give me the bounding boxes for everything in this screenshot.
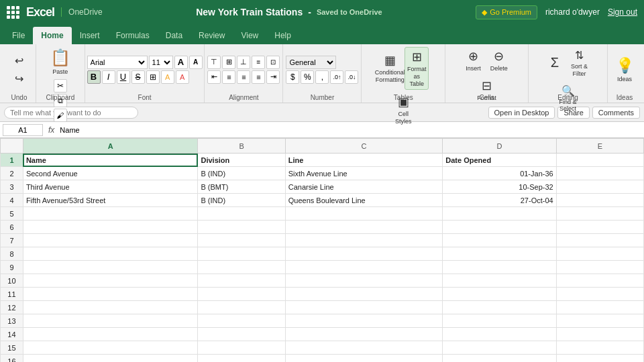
table-cell[interactable] [285, 314, 443, 328]
col-header-E[interactable]: E [556, 139, 643, 154]
table-cell[interactable] [443, 221, 556, 234]
bold-button[interactable]: B [87, 70, 101, 84]
number-format-select[interactable]: General [286, 56, 336, 69]
table-cell[interactable] [198, 247, 285, 261]
paste-button[interactable]: 📋 Paste [48, 47, 73, 76]
tab-view[interactable]: View [233, 27, 266, 44]
table-cell[interactable] [23, 341, 198, 355]
col-header-D[interactable]: D [443, 139, 556, 154]
table-cell[interactable]: Fifth Avenue/53rd Street [23, 194, 198, 207]
table-cell[interactable] [23, 274, 198, 288]
table-cell[interactable] [23, 355, 198, 363]
table-cell[interactable] [443, 288, 556, 301]
table-cell[interactable] [285, 288, 443, 301]
table-cell[interactable] [285, 207, 443, 221]
autosum-button[interactable]: Σ [545, 53, 565, 74]
table-cell[interactable] [556, 355, 643, 363]
table-cell[interactable]: Line [285, 154, 443, 167]
format-painter-button[interactable]: 🖌 [54, 109, 67, 122]
align-top-button[interactable]: ⊤ [207, 56, 221, 69]
table-cell[interactable] [285, 341, 443, 355]
underline-button[interactable]: U [117, 70, 130, 84]
table-cell[interactable]: Sixth Avenue Line [285, 167, 443, 180]
table-cell[interactable]: B (IND) [198, 167, 285, 180]
tab-home[interactable]: Home [33, 27, 71, 44]
table-cell[interactable] [285, 221, 443, 234]
align-middle-button[interactable]: ⊞ [222, 56, 235, 69]
italic-button[interactable]: I [102, 70, 115, 84]
tab-help[interactable]: Help [266, 27, 299, 44]
table-cell[interactable] [23, 288, 198, 301]
formula-input[interactable] [60, 126, 641, 134]
table-cell[interactable] [556, 301, 643, 314]
percent-button[interactable]: % [301, 70, 314, 84]
table-cell[interactable] [556, 207, 643, 221]
table-cell[interactable] [23, 314, 198, 328]
table-cell[interactable] [198, 207, 285, 221]
table-cell[interactable] [198, 355, 285, 363]
table-cell[interactable] [23, 261, 198, 274]
table-cell[interactable] [443, 301, 556, 314]
go-premium-button[interactable]: ◆ Go Premium [476, 5, 537, 19]
table-cell[interactable]: 27-Oct-04 [443, 194, 556, 207]
table-cell[interactable] [23, 328, 198, 341]
tab-data[interactable]: Data [158, 27, 191, 44]
redo-button[interactable]: ↪ [9, 70, 30, 87]
table-cell[interactable] [556, 194, 643, 207]
table-cell[interactable] [198, 261, 285, 274]
table-cell[interactable] [443, 247, 556, 261]
table-cell[interactable]: 01-Jan-36 [443, 167, 556, 180]
strikethrough-button[interactable]: S [131, 70, 145, 84]
table-cell[interactable] [285, 328, 443, 341]
currency-button[interactable]: $ [286, 70, 299, 84]
col-header-B[interactable]: B [198, 139, 285, 154]
increase-decimal-button[interactable]: .0↑ [330, 70, 343, 84]
table-cell[interactable]: Queens Boulevard Line [285, 194, 443, 207]
table-cell[interactable] [198, 341, 285, 355]
table-cell[interactable] [443, 314, 556, 328]
table-cell[interactable] [443, 207, 556, 221]
table-cell[interactable]: B (IND) [198, 194, 285, 207]
ideas-button[interactable]: 💡 Ideas [612, 55, 637, 84]
undo-button[interactable]: ↩ [9, 52, 30, 69]
table-cell[interactable]: Second Avenue [23, 167, 198, 180]
table-cell[interactable] [23, 207, 198, 221]
table-cell[interactable] [198, 274, 285, 288]
align-center-button[interactable]: ≡ [237, 70, 250, 84]
table-cell[interactable] [285, 247, 443, 261]
table-cell[interactable] [556, 288, 643, 301]
cell-reference-box[interactable] [3, 124, 43, 136]
table-cell[interactable] [443, 261, 556, 274]
table-cell[interactable] [23, 221, 198, 234]
font-color-button[interactable]: A [176, 70, 189, 84]
table-cell[interactable]: 10-Sep-32 [443, 180, 556, 194]
table-cell[interactable]: Name [23, 154, 198, 167]
table-cell[interactable] [285, 234, 443, 247]
table-cell[interactable]: Date Opened [443, 154, 556, 167]
table-cell[interactable] [23, 301, 198, 314]
font-family-select[interactable]: Arial [87, 56, 148, 69]
table-cell[interactable] [285, 301, 443, 314]
table-cell[interactable]: Third Avenue [23, 180, 198, 194]
sort-filter-button[interactable]: ⇅ Sort &Filter [568, 47, 591, 80]
comma-button[interactable]: , [315, 70, 329, 84]
col-header-A[interactable]: A [23, 139, 198, 154]
increase-font-button[interactable]: A [174, 56, 188, 69]
tab-insert[interactable]: Insert [72, 27, 108, 44]
table-cell[interactable] [198, 288, 285, 301]
indent-dec-button[interactable]: ⇤ [207, 70, 221, 84]
table-cell[interactable] [285, 355, 443, 363]
table-cell[interactable]: Division [198, 154, 285, 167]
font-size-select[interactable]: 11 [149, 56, 173, 69]
indent-inc-button[interactable]: ⇥ [266, 70, 280, 84]
decrease-decimal-button[interactable]: .0↓ [345, 70, 358, 84]
table-cell[interactable] [556, 221, 643, 234]
table-cell[interactable] [556, 314, 643, 328]
table-cell[interactable]: Canarsie Line [285, 180, 443, 194]
table-cell[interactable] [285, 261, 443, 274]
wrap-text-button[interactable]: ≡ [252, 56, 265, 69]
table-cell[interactable] [198, 314, 285, 328]
table-cell[interactable] [443, 328, 556, 341]
merge-button[interactable]: ⊡ [266, 56, 280, 69]
table-cell[interactable]: B (BMT) [198, 180, 285, 194]
